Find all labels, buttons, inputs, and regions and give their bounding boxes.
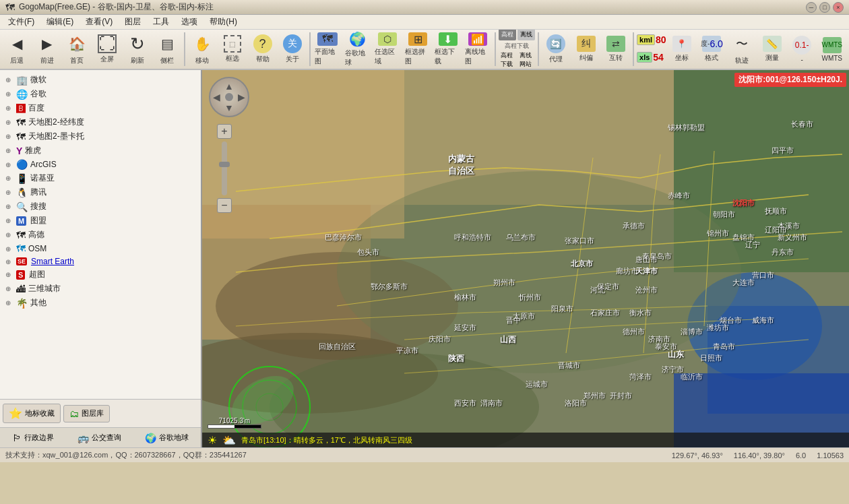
elevation-label: 高程下载 xyxy=(505,42,529,51)
other-label: 其他 xyxy=(30,297,46,309)
menu-file[interactable]: 文件(F) xyxy=(3,15,40,29)
forward-button[interactable]: ▶ 前进 xyxy=(33,31,62,67)
separator-3 xyxy=(495,32,496,66)
track-label: 轨迹 xyxy=(735,56,749,65)
expand-icon: ⊕ xyxy=(5,285,13,292)
nav-down-button[interactable]: ▼ xyxy=(224,102,234,113)
map-navigation[interactable]: ▲ ▼ ◀ ▶ xyxy=(209,77,249,117)
googleearth-icon: 🌍 xyxy=(347,31,369,47)
proxy-button[interactable]: 🔄 代理 xyxy=(542,31,571,67)
menu-layer[interactable]: 图层 xyxy=(119,15,146,29)
menu-help[interactable]: 帮助(H) xyxy=(204,15,243,29)
select-button[interactable]: ⬚ 框选 xyxy=(218,31,247,67)
nav-center-button[interactable] xyxy=(225,93,233,101)
kml-button[interactable]: kml xyxy=(637,34,655,45)
mosaic-button[interactable]: ⊞ 框选拼图 xyxy=(404,31,433,67)
number-80[interactable]: 80 xyxy=(656,34,666,45)
google-icon: 🌐 xyxy=(16,89,28,100)
xls-button[interactable]: xls xyxy=(637,52,652,63)
menu-edit[interactable]: 编辑(E) xyxy=(41,15,79,29)
window-title: GogoMap(Free.GE) - 谷歌-国内-卫星、谷歌-国内-标注 xyxy=(19,1,214,13)
region-button[interactable]: ⬡ 任选区域 xyxy=(373,31,402,67)
back-button[interactable]: ◀ 后退 xyxy=(3,31,32,67)
zoom-control: + − xyxy=(217,124,232,213)
offlineweb2-button[interactable]: 离线网站 xyxy=(517,51,535,69)
3dcity-icon: 🏙 xyxy=(16,284,26,294)
sidebar-item-baidu[interactable]: ⊕ 🅱 百度 xyxy=(3,101,198,115)
status-zoom: 6.0 xyxy=(796,451,806,460)
close-button[interactable]: × xyxy=(833,2,844,13)
zoom-handle[interactable] xyxy=(219,162,230,167)
menu-tools[interactable]: 工具 xyxy=(148,15,175,29)
sidebar-item-tianditu-mk[interactable]: ⊕ 🗺 天地图2-墨卡托 xyxy=(3,129,198,144)
sidebar-item-nokia[interactable]: ⊕ 📱 诺基亚 xyxy=(3,171,198,185)
measure-button[interactable]: 📏 测量 xyxy=(757,31,786,67)
sidebar-item-google[interactable]: ⊕ 🌐 谷歌 xyxy=(3,87,198,101)
minimize-button[interactable]: ─ xyxy=(806,2,817,13)
sidebar-button[interactable]: ▤ 侧栏 xyxy=(153,31,182,67)
bus-button[interactable]: 🚌 公交查询 xyxy=(73,431,125,445)
landmarks-button[interactable]: ⭐ 地标收藏 xyxy=(3,404,61,423)
menu-options[interactable]: 选项 xyxy=(176,15,203,29)
fullscreen-button[interactable]: ⛶ 全屏 xyxy=(93,31,122,67)
status-coords1: 129.67°, 46.93° xyxy=(672,451,723,460)
separator-2 xyxy=(309,32,311,66)
googleearth-button[interactable]: 🌍 谷歌地球 xyxy=(344,31,373,67)
sidebar-item-3dcity[interactable]: ⊕ 🏙 三维城市 xyxy=(3,282,198,296)
layerlib-icon: 🗂 xyxy=(69,408,79,419)
zoom-slider[interactable] xyxy=(222,141,227,195)
number-54[interactable]: 54 xyxy=(653,52,664,63)
download-button[interactable]: ⬇ 框选下载 xyxy=(433,31,462,67)
tuxin-icon: M xyxy=(16,216,26,226)
yahoo-label: 雅虎 xyxy=(25,145,41,156)
format-button[interactable]: 度-6.0 格式 xyxy=(697,31,726,67)
sidebar-item-osm[interactable]: ⊕ 🗺 OSM xyxy=(3,242,198,255)
expand-icon: ⊕ xyxy=(5,147,13,154)
offline-button[interactable]: 📶 离线地图 xyxy=(464,31,493,67)
baidu-icon: 🅱 xyxy=(16,103,26,114)
refresh-button[interactable]: ↻ 刷新 xyxy=(123,31,152,67)
elevation-button[interactable]: 高程 xyxy=(499,30,516,40)
sidebar-item-tencent[interactable]: ⊕ 🐧 腾讯 xyxy=(3,185,198,199)
menu-view[interactable]: 查看(V) xyxy=(80,15,118,29)
nav-up-button[interactable]: ▲ xyxy=(224,81,234,92)
minus-button[interactable]: 0.1- - xyxy=(788,31,817,67)
sidebar-item-chaotu[interactable]: ⊕ S 超图 xyxy=(3,267,198,282)
sidebar-item-sousou[interactable]: ⊕ 🔍 搜搜 xyxy=(3,199,198,214)
correction-button[interactable]: 纠 纠偏 xyxy=(571,31,600,67)
sidebar-item-other[interactable]: ⊕ 🌴 其他 xyxy=(3,296,198,310)
boundary-button[interactable]: 🏳 行政边界 xyxy=(8,431,58,445)
boundary-icon: 🏳 xyxy=(12,433,22,443)
wmts-button[interactable]: WMTS WMTS xyxy=(817,31,846,67)
offlineweb-button[interactable]: 离线 xyxy=(517,30,535,40)
map-view[interactable]: 锡林郭勒盟 长春市 四平市 内蒙古自治区 赤峰市 朝阳市 沈阳市 巴彦淖尔市 包… xyxy=(202,70,849,447)
zoom-out-button[interactable]: − xyxy=(217,198,232,213)
sidebar-item-yahoo[interactable]: ⊕ Y 雅虎 xyxy=(3,144,198,158)
move-button[interactable]: ✋ 移动 xyxy=(188,31,217,67)
sidebar-item-weiruan[interactable]: ⊕ 🏢 微软 xyxy=(3,73,198,87)
sidebar-item-arcgis[interactable]: ⊕ 🔵 ArcGIS xyxy=(3,158,198,171)
download-label: 框选下载 xyxy=(435,47,461,66)
about-button[interactable]: 关 关于 xyxy=(278,31,307,67)
elevation2-button[interactable]: 高程下载 xyxy=(499,51,516,69)
titlebar: 🗺 GogoMap(Free.GE) - 谷歌-国内-卫星、谷歌-国内-标注 ─… xyxy=(0,0,849,15)
zoom-in-button[interactable]: + xyxy=(217,124,232,139)
sidebar-item-tianditu-wgs[interactable]: ⊕ 🗺 天地图2-经纬度 xyxy=(3,115,198,129)
sidebar-item-gaode[interactable]: ⊕ 🗺 高德 xyxy=(3,228,198,242)
flatmap-button[interactable]: 🗺 平面地图 xyxy=(313,31,342,67)
expand-icon: ⊕ xyxy=(5,90,13,98)
help-button[interactable]: ? 帮助 xyxy=(248,31,277,67)
status-value: 1.10563 xyxy=(817,451,844,460)
maximize-button[interactable]: □ xyxy=(819,2,830,13)
home-button[interactable]: 🏠 首页 xyxy=(63,31,92,67)
proxy-label: 代理 xyxy=(549,55,563,64)
nav-left-button[interactable]: ◀ xyxy=(213,92,220,102)
nav-right-button[interactable]: ▶ xyxy=(238,92,245,102)
track-button[interactable]: 〜 轨迹 xyxy=(728,31,757,67)
sidebar-item-tuxin[interactable]: ⊕ M 图盟 xyxy=(3,214,198,228)
coordinate-button[interactable]: 📍 坐标 xyxy=(668,31,697,67)
sidebar-item-smartearth[interactable]: ⊕ SE Smart Earth xyxy=(3,255,198,267)
interact-button[interactable]: ⇄ 互转 xyxy=(602,31,631,67)
googleearth-footer-button[interactable]: 🌍 谷歌地球 xyxy=(141,431,193,445)
layerlib-button[interactable]: 🗂 图层库 xyxy=(63,405,110,422)
